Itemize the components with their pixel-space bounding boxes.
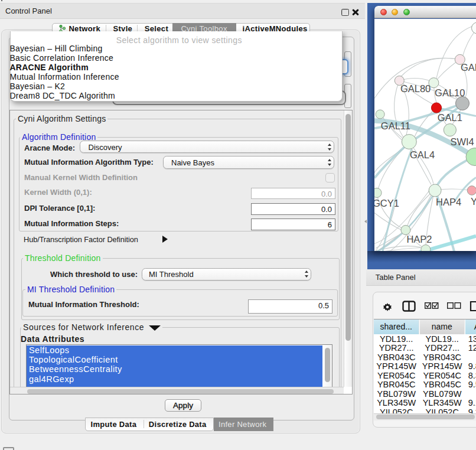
svg-text:HAP2: HAP2 bbox=[406, 234, 432, 244]
svg-text:YJ: YJ bbox=[471, 196, 476, 207]
svg-text:GCY1: GCY1 bbox=[374, 198, 399, 208]
svg-text:GAL2: GAL2 bbox=[461, 62, 476, 73]
svg-text:HAP4: HAP4 bbox=[436, 197, 461, 207]
svg-text:GAL1: GAL1 bbox=[438, 112, 462, 123]
svg-text:GAL80: GAL80 bbox=[400, 83, 431, 94]
svg-text:SWI4: SWI4 bbox=[450, 136, 474, 147]
svg-text:GAL4: GAL4 bbox=[410, 149, 435, 160]
svg-text:GAL11: GAL11 bbox=[381, 120, 410, 131]
svg-text:GAL10: GAL10 bbox=[435, 87, 465, 98]
